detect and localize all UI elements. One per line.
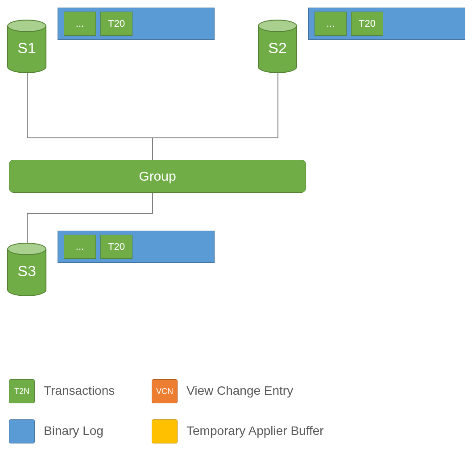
transaction-block: ... <box>64 235 96 259</box>
tx-label: ... <box>327 18 335 29</box>
server-s1: S1 <box>7 20 46 73</box>
connector <box>27 71 28 138</box>
legend-label-transactions: Transactions <box>44 384 115 398</box>
connector <box>277 71 278 138</box>
legend-swatch-transactions: T2N <box>9 379 35 403</box>
server-label: S2 <box>258 39 297 57</box>
diagram-stage: ... T20 S1 ... T20 S2 Group ... T20 S3 T… <box>0 0 476 468</box>
legend-label-binary-log: Binary Log <box>44 424 103 438</box>
server-s2: S2 <box>258 20 297 73</box>
connector <box>27 213 153 214</box>
legend-swatch-binary-log <box>9 419 35 443</box>
connector <box>152 192 153 214</box>
transaction-block: ... <box>315 12 347 36</box>
tx-label: ... <box>76 241 84 253</box>
legend-code: VCN <box>156 387 173 396</box>
transaction-block: T20 <box>100 12 132 36</box>
legend-label-applier-buffer: Temporary Applier Buffer <box>186 424 324 438</box>
legend-swatch-view-change: VCN <box>152 379 178 403</box>
group-label: Group <box>139 169 176 184</box>
group-box: Group <box>9 160 306 193</box>
server-s3: S3 <box>7 243 46 296</box>
connector <box>152 137 153 161</box>
transaction-block: T20 <box>100 235 132 259</box>
tx-label: T20 <box>359 18 376 29</box>
transaction-block: T20 <box>351 12 383 36</box>
tx-label: ... <box>76 18 84 29</box>
tx-label: T20 <box>108 18 125 29</box>
connector <box>27 213 28 244</box>
server-label: S3 <box>7 262 46 280</box>
transaction-block: ... <box>64 12 96 36</box>
tx-label: T20 <box>108 241 125 253</box>
server-label: S1 <box>7 39 46 57</box>
legend-code: T2N <box>14 387 29 396</box>
legend-label-view-change: View Change Entry <box>186 384 293 398</box>
legend-swatch-applier-buffer <box>152 419 178 443</box>
